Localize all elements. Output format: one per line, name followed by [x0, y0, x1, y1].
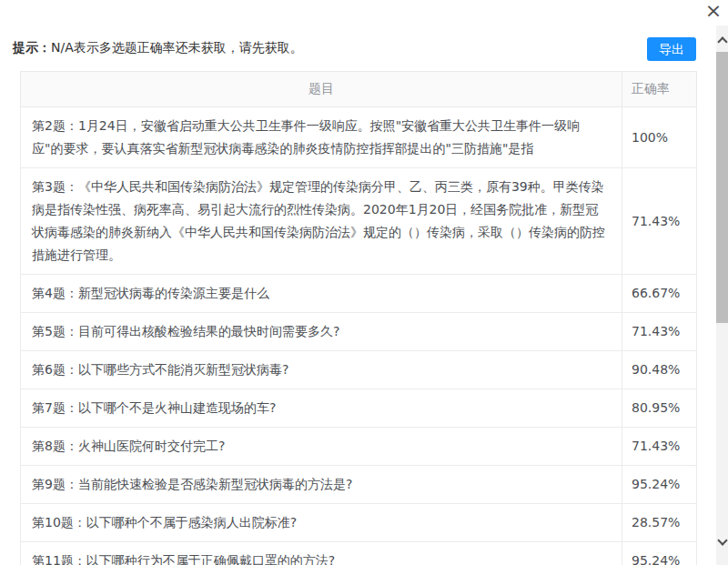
hint-label: 提示：: [13, 40, 51, 55]
table-row: 第8题：火神山医院何时交付完工?71.43%: [21, 428, 697, 466]
question-column-header: 题目: [21, 72, 622, 107]
question-cell: 第4题：新型冠状病毒的传染源主要是什么: [21, 275, 622, 313]
table-row: 第11题：以下哪种行为不属于正确佩戴口罩的的方法?95.24%: [21, 542, 697, 565]
rate-cell: 66.67%: [622, 275, 697, 313]
table-row: 第10题：以下哪种个不属于感染病人出院标准?28.57%: [21, 504, 697, 542]
rate-cell: 71.43%: [622, 168, 697, 275]
table-row: 第7题：以下哪个不是火神山建造现场的车?80.95%: [21, 389, 697, 428]
rate-column-header: 正确率: [622, 72, 697, 107]
question-cell: 第6题：以下哪些方式不能消灭新型冠状病毒?: [21, 351, 622, 389]
hint-message: 提示：N/A表示多选题正确率还未获取，请先获取。: [13, 36, 303, 59]
question-cell: 第7题：以下哪个不是火神山建造现场的车?: [21, 389, 622, 428]
table-row: 第6题：以下哪些方式不能消灭新型冠状病毒?90.48%: [21, 351, 697, 389]
scroll-down-button[interactable]: [716, 534, 728, 549]
rate-cell: 95.24%: [622, 466, 697, 504]
rate-cell: 90.48%: [622, 351, 697, 389]
rate-cell: 28.57%: [622, 504, 697, 542]
question-table: 题目 正确率 第2题：1月24日，安徽省启动重大公共卫生事件一级响应。按照"安徽…: [20, 71, 696, 565]
export-button[interactable]: 导出: [647, 37, 696, 61]
table-header: 题目 正确率: [21, 72, 697, 107]
table-row: 第2题：1月24日，安徽省启动重大公共卫生事件一级响应。按照"安徽省重大公共卫生…: [21, 107, 697, 168]
question-cell: 第9题：当前能快速检验是否感染新型冠状病毒的方法是?: [21, 466, 622, 504]
dialog-panel: { "dialog": { "hint": { "label": "提示：", …: [0, 0, 728, 565]
question-table-body: 第2题：1月24日，安徽省启动重大公共卫生事件一级响应。按照"安徽省重大公共卫生…: [21, 107, 697, 565]
close-icon: ×: [705, 0, 722, 22]
question-cell: 第3题：《中华人民共和国传染病防治法》规定管理的传染病分甲、乙、丙三类，原有39…: [21, 168, 622, 275]
table-row: 第4题：新型冠状病毒的传染源主要是什么66.67%: [21, 275, 697, 313]
question-cell: 第8题：火神山医院何时交付完工?: [21, 428, 622, 466]
chevron-down-icon: [717, 535, 727, 545]
rate-cell: 71.43%: [622, 428, 697, 466]
table-row: 第5题：目前可得出核酸检验结果的最快时间需要多久?71.43%: [21, 313, 697, 351]
question-cell: 第10题：以下哪种个不属于感染病人出院标准?: [21, 504, 622, 542]
question-cell: 第5题：目前可得出核酸检验结果的最快时间需要多久?: [21, 313, 622, 351]
question-cell: 第11题：以下哪种行为不属于正确佩戴口罩的的方法?: [21, 542, 622, 565]
hint-text: N/A表示多选题正确率还未获取，请先获取。: [51, 40, 303, 55]
rate-cell: 100%: [622, 107, 697, 168]
question-cell: 第2题：1月24日，安徽省启动重大公共卫生事件一级响应。按照"安徽省重大公共卫生…: [21, 107, 622, 168]
chevron-up-icon: [717, 36, 727, 46]
vertical-scrollbar[interactable]: [716, 25, 728, 565]
scrollbar-thumb[interactable]: [716, 52, 728, 323]
scroll-up-button[interactable]: [716, 33, 728, 47]
rate-cell: 95.24%: [622, 542, 697, 565]
table-row: 第9题：当前能快速检验是否感染新型冠状病毒的方法是?95.24%: [21, 466, 697, 504]
table-row: 第3题：《中华人民共和国传染病防治法》规定管理的传染病分甲、乙、丙三类，原有39…: [21, 168, 697, 275]
close-button[interactable]: ×: [703, 0, 723, 22]
rate-cell: 80.95%: [622, 389, 697, 428]
rate-cell: 71.43%: [622, 313, 697, 351]
